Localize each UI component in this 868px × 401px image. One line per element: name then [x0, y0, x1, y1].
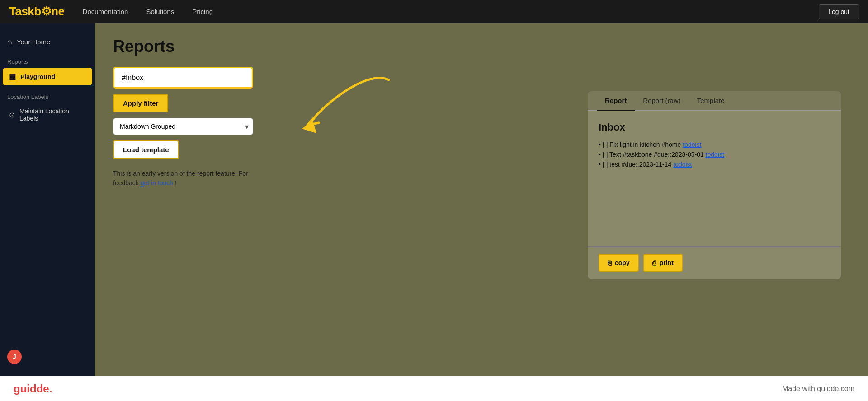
nav-links: Documentation Solutions Pricing [83, 8, 819, 15]
sidebar-item-playground[interactable]: ▦ Playground [3, 68, 92, 85]
template-select[interactable]: Markdown Grouped [113, 118, 253, 135]
sidebar-playground-label: Playground [20, 73, 55, 80]
list-item: [ ] Fix light in kitchen #home todoist [599, 140, 830, 149]
feedback-text: This is an early version of the report f… [113, 169, 267, 188]
copy-icon: ⎘ [608, 259, 611, 266]
sidebar-maintain-label: Maintain Location Labels [19, 107, 86, 122]
sidebar: ⌂ Your Home Reports ▦ Playground Locatio… [0, 23, 95, 376]
tab-report-raw[interactable]: Report (raw) [635, 91, 689, 111]
tab-report[interactable]: Report [597, 91, 635, 111]
nav-solutions[interactable]: Solutions [146, 8, 174, 15]
print-icon: ⎙ [652, 259, 656, 266]
filter-input[interactable] [115, 69, 251, 86]
print-button[interactable]: ⎙ print [643, 254, 683, 272]
guidde-logo: guidde. [14, 382, 52, 395]
report-list: [ ] Fix light in kitchen #home todoist [… [599, 140, 830, 169]
sidebar-your-home-label: Your Home [17, 38, 51, 46]
filter-section: Apply filter Markdown Grouped ▾ Load tem… [113, 67, 393, 188]
apply-filter-button[interactable]: Apply filter [113, 94, 168, 112]
content-area: Reports Apply filter Markdown Grouped ▾ … [95, 23, 868, 376]
report-panel: Report Report (raw) Template Inbox [ ] F… [588, 91, 841, 279]
home-icon: ⌂ [7, 37, 12, 47]
template-select-wrapper: Markdown Grouped ▾ [113, 118, 253, 135]
report-tabs: Report Report (raw) Template [588, 91, 841, 111]
top-navigation: Taskb⚙ne Documentation Solutions Pricing… [0, 0, 868, 23]
sidebar-item-maintain-location-labels[interactable]: ⊙ Maintain Location Labels [3, 103, 92, 126]
get-in-touch-link[interactable]: get in touch [141, 179, 173, 187]
main-layout: ⌂ Your Home Reports ▦ Playground Locatio… [0, 23, 868, 376]
sidebar-item-your-home[interactable]: ⌂ Your Home [0, 31, 95, 53]
footer-made-with: Made with guidde.com [782, 385, 854, 393]
footer: guidde. Made with guidde.com [0, 376, 868, 401]
list-item: [ ] test #due::2023-11-14 todoist [599, 159, 830, 169]
sidebar-bottom: J [0, 345, 95, 368]
page-title: Reports [113, 37, 850, 56]
list-item: [ ] Text #taskbone #due::2023-05-01 todo… [599, 149, 830, 159]
tab-template[interactable]: Template [689, 91, 733, 111]
todoist-link-2[interactable]: todoist [706, 151, 724, 158]
todoist-link-3[interactable]: todoist [673, 161, 692, 168]
load-template-button[interactable]: Load template [113, 140, 179, 159]
report-heading: Inbox [599, 121, 830, 133]
logout-button[interactable]: Log out [819, 4, 859, 19]
nav-pricing[interactable]: Pricing [192, 8, 213, 15]
copy-button[interactable]: ⎘ copy [599, 254, 639, 272]
sidebar-section-location-labels: Location Labels [0, 86, 95, 102]
playground-icon: ▦ [9, 72, 16, 81]
location-icon: ⊙ [9, 111, 15, 119]
todoist-link-1[interactable]: todoist [683, 141, 701, 148]
avatar[interactable]: J [7, 350, 22, 364]
report-content: Inbox [ ] Fix light in kitchen #home tod… [588, 111, 841, 246]
logo: Taskb⚙ne [9, 5, 65, 19]
report-actions: ⎘ copy ⎙ print [588, 246, 841, 279]
nav-documentation[interactable]: Documentation [83, 8, 128, 15]
filter-input-wrapper [113, 67, 253, 89]
sidebar-section-reports: Reports [0, 53, 95, 67]
